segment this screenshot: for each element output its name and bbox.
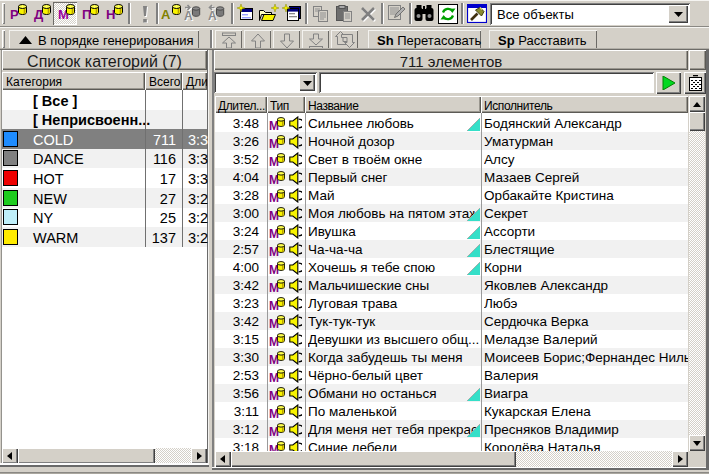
svg-text:А: А bbox=[184, 9, 193, 22]
svg-text:А: А bbox=[208, 9, 217, 22]
